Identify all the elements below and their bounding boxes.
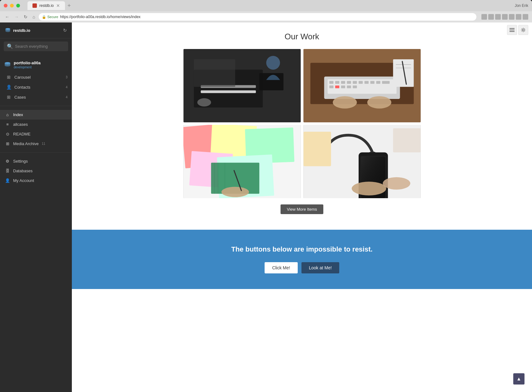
work-image-1[interactable] xyxy=(183,49,301,122)
cta-click-button[interactable]: Click Me! xyxy=(265,262,298,273)
home-button[interactable]: ⌂ xyxy=(31,14,36,20)
contacts-icon: 👤 xyxy=(6,85,11,90)
sidebar-databases[interactable]: 🗄 Databases xyxy=(0,166,72,176)
sidebar-item-cases[interactable]: ⊞ Cases 4 xyxy=(0,92,72,102)
svg-rect-30 xyxy=(341,86,345,88)
list-view-button[interactable] xyxy=(507,25,517,35)
svg-point-60 xyxy=(383,177,410,190)
svg-rect-27 xyxy=(382,81,389,84)
work-image-4[interactable] xyxy=(303,125,421,198)
svg-point-59 xyxy=(351,182,386,195)
sidebar-view-index[interactable]: ⌂ Index xyxy=(0,110,72,120)
sidebar-logo: restdb.io xyxy=(5,27,30,33)
scroll-top-button[interactable]: ▲ xyxy=(513,373,525,385)
db-icon xyxy=(4,62,11,67)
sidebar-settings[interactable]: ⚙ Settings xyxy=(0,156,72,166)
svg-rect-22 xyxy=(353,81,357,84)
settings-icon: ⚙ xyxy=(5,159,10,164)
sidebar-view-media-count: 11 xyxy=(42,142,45,145)
restdb-logo-icon xyxy=(5,27,11,33)
minimize-button[interactable] xyxy=(10,4,14,7)
svg-rect-3 xyxy=(510,30,515,30)
sidebar-view-allcases[interactable]: ≡ allcases xyxy=(0,120,72,129)
content-toolbar xyxy=(507,25,528,35)
svg-point-34 xyxy=(367,96,391,109)
refresh-button[interactable]: ↻ xyxy=(22,14,29,20)
sidebar-view-readme[interactable]: ⊙ README xyxy=(0,129,72,139)
svg-rect-61 xyxy=(303,132,331,166)
sidebar-view-index-label: Index xyxy=(13,112,23,117)
sidebar-item-contacts[interactable]: 👤 Contacts 4 xyxy=(0,82,72,92)
user-name-display: Jon Erik xyxy=(515,3,528,8)
browser-titlebar: restdb.io ✕ + Jon Erik xyxy=(0,0,532,11)
tab-close-icon[interactable]: ✕ xyxy=(56,3,60,8)
browser-window: restdb.io ✕ + Jon Erik ← → ↻ ⌂ 🔒 Secure … xyxy=(0,0,532,392)
sidebar-my-account[interactable]: 👤 My Account xyxy=(0,176,72,185)
close-button[interactable] xyxy=(4,4,7,7)
sidebar-divider-1 xyxy=(0,106,72,106)
main-content: Our Work xyxy=(72,22,532,392)
gear-icon xyxy=(521,27,526,32)
browser-addressbar: ← → ↻ ⌂ 🔒 Secure https://portfolio-a00a.… xyxy=(0,11,532,22)
db-name: portfolio-a00a xyxy=(14,61,41,65)
new-tab-button[interactable]: + xyxy=(67,2,71,9)
svg-rect-28 xyxy=(329,86,333,88)
extension-icon-1[interactable] xyxy=(488,14,494,20)
carousel-icon: ⊞ xyxy=(6,75,11,80)
extension-icon-3[interactable] xyxy=(502,14,508,20)
cta-look-button[interactable]: Look at Me! xyxy=(301,262,339,273)
sidebar-item-cases-count: 4 xyxy=(66,96,67,99)
menu-icon[interactable] xyxy=(523,14,528,20)
sidebar-item-carousel[interactable]: ⊞ Carousel 3 xyxy=(0,72,72,82)
cta-section: The buttons below are impossible to resi… xyxy=(72,230,532,289)
search-input[interactable] xyxy=(15,44,65,49)
work-image-2-svg xyxy=(303,49,421,122)
extension-icon-5[interactable] xyxy=(516,14,521,20)
svg-rect-26 xyxy=(376,81,380,84)
databases-icon: 🗄 xyxy=(5,169,10,173)
svg-rect-8 xyxy=(201,90,256,93)
sidebar-refresh-icon[interactable]: ↻ xyxy=(63,28,67,33)
bookmark-icon[interactable] xyxy=(481,14,487,20)
svg-rect-2 xyxy=(510,28,515,29)
svg-point-11 xyxy=(197,98,211,106)
address-bar[interactable]: 🔒 Secure https://portfolio-a00a.restdb.i… xyxy=(39,13,476,21)
work-image-3[interactable] xyxy=(183,125,301,198)
readme-icon: ⊙ xyxy=(5,132,10,136)
list-icon xyxy=(510,28,515,32)
db-header: portfolio-a00a development xyxy=(0,57,72,72)
sidebar-my-account-label: My Account xyxy=(13,178,34,183)
address-text: https://portfolio-a00a.restdb.io/home/vi… xyxy=(60,15,140,19)
svg-rect-29 xyxy=(335,86,339,88)
app-container: restdb.io ↻ 🔍 xyxy=(0,22,532,392)
extension-icon-4[interactable] xyxy=(509,14,515,20)
tab-title: restdb.io xyxy=(39,3,54,8)
sidebar-search-box[interactable]: 🔍 xyxy=(4,42,68,51)
view-more-button[interactable]: View More Items xyxy=(281,204,323,214)
svg-point-5 xyxy=(522,29,524,31)
settings-section: ⚙ Settings 🗄 Databases 👤 My Account xyxy=(0,154,72,188)
svg-rect-19 xyxy=(335,81,339,84)
browser-toolbar-icons xyxy=(481,14,528,20)
index-icon: ⌂ xyxy=(5,112,10,117)
work-image-2[interactable] xyxy=(303,49,421,122)
svg-rect-21 xyxy=(347,81,351,84)
svg-rect-62 xyxy=(393,128,420,152)
work-title: Our Work xyxy=(91,32,513,42)
settings-view-button[interactable] xyxy=(518,25,528,35)
browser-tab[interactable]: restdb.io ✕ xyxy=(27,1,65,10)
sidebar-view-media-archive-label: Media Archive xyxy=(13,141,39,146)
maximize-button[interactable] xyxy=(16,4,20,7)
tab-favicon-icon xyxy=(32,3,37,8)
tab-area: restdb.io ✕ + xyxy=(27,1,512,10)
sidebar: restdb.io ↻ 🔍 xyxy=(0,22,72,392)
db-section: portfolio-a00a development ⊞ Carousel 3 … xyxy=(0,54,72,105)
sidebar-divider-2 xyxy=(0,152,72,153)
back-button[interactable]: ← xyxy=(4,14,11,20)
svg-point-0 xyxy=(6,28,10,30)
extension-icon-2[interactable] xyxy=(495,14,501,20)
cases-icon: ⊞ xyxy=(6,95,11,100)
forward-button[interactable]: → xyxy=(13,14,20,20)
sidebar-view-media-archive[interactable]: ⊞ Media Archive 11 xyxy=(0,139,72,149)
sidebar-view-readme-label: README xyxy=(13,132,31,136)
